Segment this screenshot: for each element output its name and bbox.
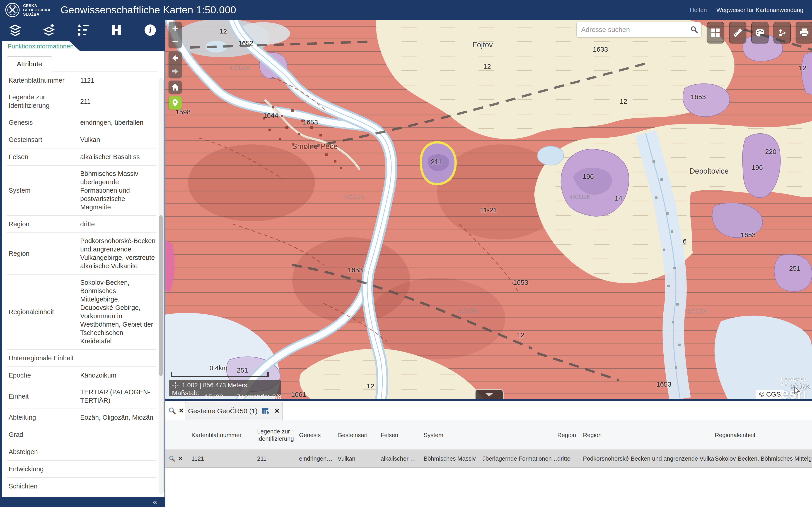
sidebar: i Funktionsinformationen Attribute Karte…: [0, 20, 165, 507]
table-column-header[interactable]: Kartenblattnummer: [192, 432, 257, 439]
plus-icon: +: [172, 23, 178, 34]
triangle-down-icon: [486, 393, 493, 397]
home-button[interactable]: [168, 80, 182, 94]
page-title: Geowissenschaftliche Karten 1:50.000: [60, 4, 236, 16]
scalebar-label: 0.4km: [210, 364, 227, 372]
attribute-label: Grad: [7, 431, 75, 439]
measure-button[interactable]: [729, 22, 746, 44]
palette-icon: [755, 27, 765, 38]
scale-value[interactable]: 15120: [205, 393, 223, 399]
home-control-group: [168, 80, 182, 94]
tab-funktionsinformationen[interactable]: Funktionsinformationen: [2, 41, 80, 51]
table-cell: eindringen…: [299, 455, 338, 462]
attribute-row: RegionPodkorsnohorské-Becken und angrenz…: [7, 233, 156, 275]
attribute-row: Schichten: [7, 478, 156, 489]
map-pin-icon: [171, 99, 180, 107]
help-link[interactable]: Helfen: [690, 7, 707, 13]
zoom-to-row-icon[interactable]: [168, 455, 175, 462]
table-row[interactable]: ✕1121211eindringen…Vulkanalkalischer …Bö…: [165, 450, 812, 468]
table-cell: Böhmisches Massiv – überlagernde Formati…: [424, 455, 557, 462]
map-canvas[interactable]: 121652Fojtov16331212159816441653165312Sm…: [165, 20, 812, 399]
extent-nav-group: [168, 52, 182, 78]
add-layer-button[interactable]: [42, 23, 55, 37]
zoom-level-prefix: Zoomstufe:: [237, 393, 270, 399]
locate-button[interactable]: [168, 97, 182, 110]
table-column-header[interactable]: Region: [583, 432, 715, 439]
geologic-map-graphic: [165, 20, 812, 399]
tab-attribute[interactable]: Attribute: [7, 56, 52, 72]
attribute-label: Genesis: [7, 118, 75, 127]
table-column-header[interactable]: Felsen: [380, 432, 424, 439]
previous-extent-button[interactable]: [168, 52, 182, 65]
next-extent-button[interactable]: [168, 65, 182, 78]
attribute-value: Böhmisches Massiv – überlagernde Formati…: [75, 170, 156, 211]
print-button[interactable]: [796, 22, 812, 44]
attribute-row: Kartenblattnummer1121: [7, 72, 156, 89]
zoom-out-button[interactable]: −: [168, 35, 182, 48]
table-column-header[interactable]: Genesis: [299, 432, 338, 439]
table-column-header[interactable]: Region: [557, 432, 583, 439]
deselect-row-icon[interactable]: ✕: [178, 455, 183, 462]
search-button[interactable]: [687, 24, 701, 35]
collapse-table-button[interactable]: [475, 389, 504, 399]
attribute-label: Felsen: [7, 153, 75, 161]
attribute-value: Podkorsnohorské-Becken und angrenzende V…: [75, 237, 156, 270]
basemap-gallery-button[interactable]: [707, 22, 724, 44]
attribute-label: Abteilung: [7, 413, 75, 422]
share-icon: [777, 27, 787, 38]
attribute-value: Eozän, Oligozän, Miozän: [75, 413, 156, 422]
legend-button[interactable]: [76, 23, 89, 37]
search-input[interactable]: [576, 26, 687, 34]
cgs-logo-icon: [5, 2, 20, 17]
table-column-header[interactable]: Legende zur Identifizierung: [257, 428, 299, 442]
attribute-row: Regiondritte: [7, 216, 156, 233]
collapse-sidebar-button[interactable]: «: [153, 497, 157, 507]
guide-link[interactable]: Wegweiser für Kartenanwendung: [716, 7, 803, 13]
attribute-panel: Attribute Kartenblattnummer1121Legende z…: [2, 51, 164, 497]
attribute-row: Grad: [7, 426, 156, 443]
attribute-label: Legende zur Identifizierung: [7, 93, 75, 110]
magnifier-icon[interactable]: [168, 407, 176, 415]
arrow-right-icon: [170, 67, 180, 76]
info-icon: i: [144, 24, 157, 37]
sidebar-scrollbar[interactable]: [159, 78, 164, 494]
tab-gesteine-geocr50[interactable]: Gesteine GeoČR50 (1) ✕: [185, 402, 283, 420]
map-toolbar: [707, 22, 812, 44]
arrow-left-icon: [170, 54, 180, 63]
app: ČESKÁ GEOLOGICKÁ SLUŽBA Geowissenschaftl…: [0, 0, 812, 507]
layers-button[interactable]: [9, 23, 22, 37]
table-column-header[interactable]: Gesteinsart: [338, 432, 380, 439]
attribute-value: Känozoikum: [75, 371, 156, 380]
table-cell: dritte: [557, 455, 583, 462]
table-cell: Vulkan: [338, 455, 380, 462]
scrollbar-thumb[interactable]: [159, 215, 163, 376]
info-button[interactable]: i: [144, 23, 157, 37]
table-column-header[interactable]: System: [424, 432, 557, 439]
search-features-button[interactable]: [110, 23, 123, 37]
close-search-icon[interactable]: ✕: [179, 408, 184, 414]
draw-button[interactable]: [751, 22, 768, 44]
attribute-label: Einheit: [7, 392, 75, 401]
attribute-row: Felsenalkalischer Basalt ss: [7, 149, 156, 166]
attribute-row: SystemBöhmisches Massiv – überlagernde F…: [7, 166, 156, 216]
attribute-value: dritte: [75, 220, 156, 228]
share-button[interactable]: [773, 22, 791, 44]
table-tabbar: ✕ Gesteine GeoČR50 (1) ✕: [165, 401, 812, 420]
attribute-row: RegionaleinheitSokolov-Becken, Böhmische…: [7, 275, 156, 350]
close-tab-icon[interactable]: ✕: [274, 408, 280, 414]
highlighted-feature: [421, 143, 455, 184]
attribute-value: Sokolov-Becken, Böhmisches Mittelgebirge…: [75, 278, 156, 345]
sidebar-toolbar: i: [0, 20, 165, 40]
zoom-in-button[interactable]: +: [168, 22, 182, 35]
table-icon[interactable]: [262, 407, 270, 415]
locate-control-group: [168, 97, 182, 110]
attribute-row: GesteinsartVulkan: [7, 131, 156, 149]
cursor-icon: [793, 386, 802, 395]
attribute-row: EinheitTERTIÄR (PALAOGEN-TERTIÄR): [7, 384, 156, 409]
home-icon: [170, 82, 180, 92]
table-header-row: KartenblattnummerLegende zur Identifizie…: [165, 420, 812, 450]
table-cell: 1121: [192, 455, 257, 462]
binoculars-icon: [110, 24, 123, 37]
table-column-header[interactable]: Regionaleinheit: [715, 432, 812, 439]
attribute-row: Unterregionale Einheit: [7, 350, 156, 367]
